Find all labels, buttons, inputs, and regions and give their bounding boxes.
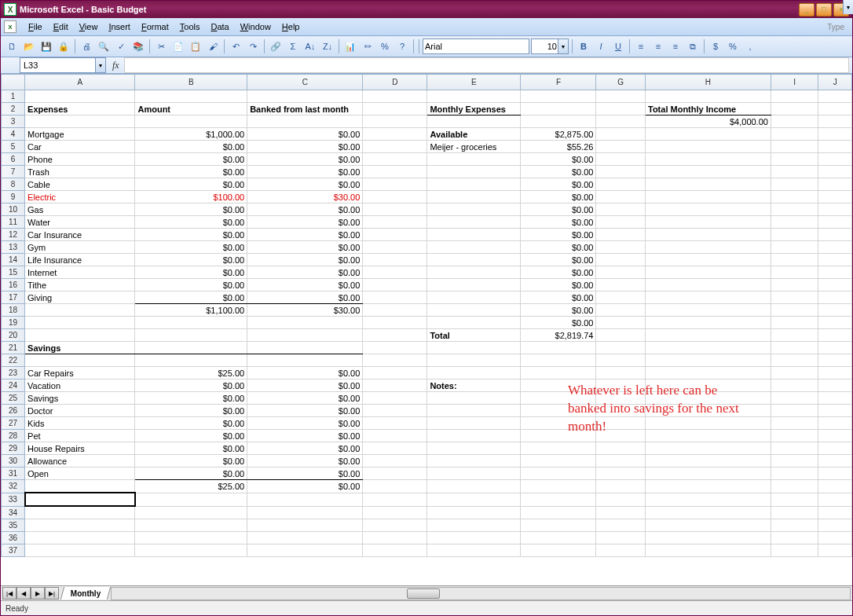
cell-G19[interactable]: [596, 317, 646, 329]
cell-C31[interactable]: $0.00: [247, 468, 363, 480]
underline-button[interactable]: U: [610, 38, 626, 54]
cell-E15[interactable]: [427, 266, 521, 279]
cell-I36[interactable]: [771, 532, 818, 544]
cell-E20[interactable]: Total: [427, 329, 521, 342]
cell-G35[interactable]: [596, 519, 646, 532]
cell-A18[interactable]: [25, 304, 135, 317]
cell-G37[interactable]: [596, 544, 646, 557]
align-right-button[interactable]: ≡: [668, 38, 683, 54]
sort-asc-button[interactable]: A↓: [302, 38, 318, 54]
cell-J19[interactable]: [818, 317, 852, 329]
cell-D4[interactable]: [363, 128, 427, 141]
formula-input[interactable]: [124, 57, 849, 73]
cell-G31[interactable]: [596, 468, 646, 480]
cell-H3[interactable]: $4,000.00: [645, 116, 771, 128]
cell-B20[interactable]: [135, 329, 247, 342]
name-box[interactable]: L33 ▼: [20, 57, 106, 73]
cell-J7[interactable]: [818, 166, 852, 178]
cell-C27[interactable]: $0.00: [247, 417, 363, 430]
cell-A2[interactable]: Expenses: [25, 103, 135, 116]
fx-icon[interactable]: fx: [108, 60, 124, 72]
cell-I9[interactable]: [771, 191, 818, 204]
cell-B11[interactable]: $0.00: [135, 216, 247, 229]
cell-D37[interactable]: [363, 544, 427, 557]
cell-G9[interactable]: [596, 191, 646, 204]
cell-I15[interactable]: [771, 266, 818, 279]
type-question-box[interactable]: Type: [822, 21, 849, 33]
cell-J26[interactable]: [818, 405, 852, 417]
row-header-37[interactable]: 37: [2, 544, 25, 557]
cell-A15[interactable]: Internet: [25, 266, 135, 279]
cell-F26[interactable]: [521, 405, 596, 417]
cell-B35[interactable]: [135, 519, 247, 532]
cell-E35[interactable]: [427, 519, 521, 532]
cell-F27[interactable]: [521, 417, 596, 430]
cell-B8[interactable]: $0.00: [135, 178, 247, 191]
cell-A24[interactable]: Vacation: [25, 380, 135, 392]
cell-C11[interactable]: $0.00: [247, 216, 363, 229]
cell-E23[interactable]: [427, 367, 521, 380]
cell-C14[interactable]: $0.00: [247, 254, 363, 266]
cell-A12[interactable]: Car Insurance: [25, 229, 135, 241]
cell-D29[interactable]: [363, 442, 427, 455]
comma-button[interactable]: ,: [742, 38, 758, 54]
cell-D15[interactable]: [363, 266, 427, 279]
cell-D21[interactable]: [363, 342, 427, 354]
cell-C35[interactable]: [247, 519, 363, 532]
cell-G16[interactable]: [596, 279, 646, 292]
cell-F32[interactable]: [521, 480, 596, 493]
cell-A14[interactable]: Life Insurance: [25, 254, 135, 266]
cell-J9[interactable]: [818, 191, 852, 204]
cell-C5[interactable]: $0.00: [247, 141, 363, 153]
help-button[interactable]: ?: [394, 38, 410, 54]
cell-B18[interactable]: $1,100.00: [135, 304, 247, 317]
cell-I3[interactable]: [771, 116, 818, 128]
cell-E28[interactable]: [427, 430, 521, 442]
cell-D17[interactable]: [363, 292, 427, 304]
menu-data[interactable]: Data: [205, 20, 234, 33]
row-header-36[interactable]: 36: [2, 532, 25, 544]
cell-J5[interactable]: [818, 141, 852, 153]
cell-I7[interactable]: [771, 166, 818, 178]
cell-B9[interactable]: $100.00: [135, 191, 247, 204]
cell-F6[interactable]: $0.00: [521, 153, 596, 166]
cell-G20[interactable]: [596, 329, 646, 342]
cell-I12[interactable]: [771, 229, 818, 241]
cell-F7[interactable]: $0.00: [521, 166, 596, 178]
cell-A16[interactable]: Tithe: [25, 279, 135, 292]
cell-H37[interactable]: [645, 544, 771, 557]
preview-button[interactable]: 🔍: [96, 38, 112, 54]
spreadsheet-grid[interactable]: ABCDEFGHIJ12ExpensesAmountBanked from la…: [1, 74, 852, 585]
cell-I23[interactable]: [771, 367, 818, 380]
row-header-8[interactable]: 8: [2, 178, 25, 191]
sort-desc-button[interactable]: Z↓: [320, 38, 335, 54]
cell-J15[interactable]: [818, 266, 852, 279]
cell-C28[interactable]: $0.00: [247, 430, 363, 442]
cell-I19[interactable]: [771, 317, 818, 329]
cell-B27[interactable]: $0.00: [135, 417, 247, 430]
row-header-28[interactable]: 28: [2, 430, 25, 442]
cell-B2[interactable]: Amount: [135, 103, 247, 116]
cell-D6[interactable]: [363, 153, 427, 166]
cell-E13[interactable]: [427, 241, 521, 254]
cell-G6[interactable]: [596, 153, 646, 166]
cell-C6[interactable]: $0.00: [247, 153, 363, 166]
row-header-21[interactable]: 21: [2, 342, 25, 354]
cell-B21[interactable]: [135, 342, 247, 354]
cell-C2[interactable]: Banked from last month: [247, 103, 363, 116]
row-header-6[interactable]: 6: [2, 153, 25, 166]
cell-H11[interactable]: [645, 216, 771, 229]
cell-J36[interactable]: [818, 532, 852, 544]
cell-J21[interactable]: [818, 342, 852, 354]
cell-F11[interactable]: $0.00: [521, 216, 596, 229]
cell-I22[interactable]: [771, 354, 818, 367]
row-header-22[interactable]: 22: [2, 354, 25, 367]
cell-D34[interactable]: [363, 506, 427, 519]
menu-help[interactable]: Help: [276, 20, 306, 33]
cell-H22[interactable]: [645, 354, 771, 367]
cell-D25[interactable]: [363, 392, 427, 405]
cell-D19[interactable]: [363, 317, 427, 329]
cell-A7[interactable]: Trash: [25, 166, 135, 178]
cell-A13[interactable]: Gym: [25, 241, 135, 254]
row-header-11[interactable]: 11: [2, 216, 25, 229]
